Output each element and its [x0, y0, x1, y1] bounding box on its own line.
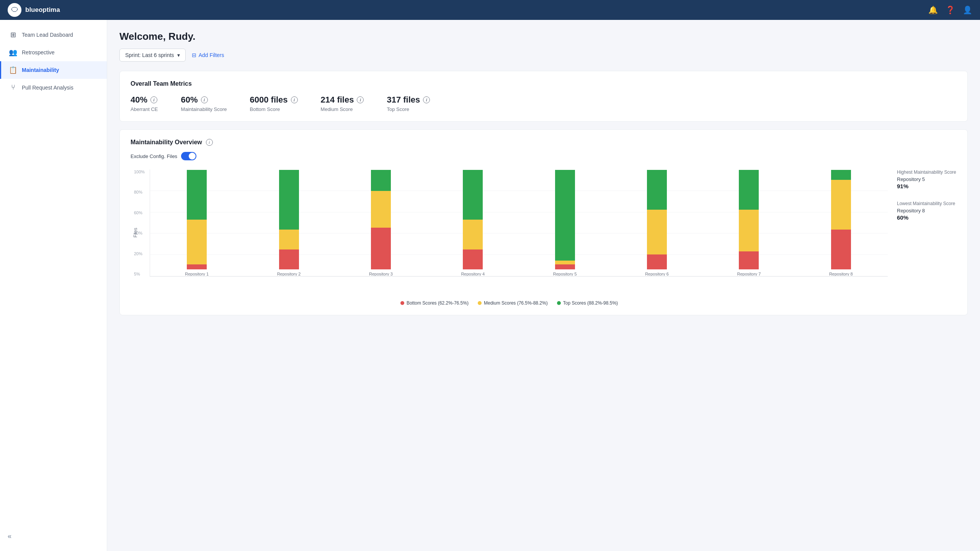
bottom-segment	[463, 249, 483, 269]
sidebar-item-pull-request-analysis[interactable]: ⑂ Pull Request Analysis	[0, 79, 107, 96]
bar-stack	[739, 170, 759, 269]
sidebar-item-label: Retrospective	[22, 49, 55, 55]
exclude-config-toggle[interactable]	[181, 152, 196, 160]
collapse-icon: «	[8, 532, 11, 540]
top-score-value: 317 files i	[387, 95, 430, 105]
bar-group: Repository 5	[521, 170, 609, 276]
bar-label: Repository 3	[369, 272, 393, 276]
chart-bars: 100% 80% 60% 40% 20% 5% Repository 1Repo…	[150, 170, 888, 277]
top-segment	[555, 170, 575, 261]
legend-item-bottom: Bottom Scores (62.2%-76.5%)	[400, 300, 469, 306]
highest-score-section: Highest Maintainability Score Repository…	[897, 170, 957, 189]
y-ticks: 100% 80% 60% 40% 20% 5%	[134, 170, 145, 276]
medium-score-label: Medium Score	[321, 106, 364, 112]
bar-group: Repository 4	[429, 170, 516, 276]
top-segment	[187, 170, 207, 220]
maintainability-score-label: Maintainability Score	[181, 106, 227, 112]
sidebar-item-label: Team Lead Dasboard	[22, 32, 73, 38]
lowest-repo: Repository 8	[897, 208, 957, 214]
bar-group: Repository 7	[705, 170, 792, 276]
bottom-segment	[187, 264, 207, 269]
add-filters-button[interactable]: ⊟ Add Filters	[192, 52, 224, 58]
metric-medium-score: 214 files i Medium Score	[321, 95, 364, 112]
medium-legend-dot	[478, 301, 482, 305]
bar-label: Repository 2	[277, 272, 301, 276]
bar-label: Repository 1	[185, 272, 209, 276]
brand-name: blueoptima	[25, 6, 60, 14]
chart-wrapper: Files 100% 80% 60% 40% 20% 5% Repo	[131, 170, 888, 296]
medium-segment	[187, 220, 207, 264]
bar-label: Repository 6	[645, 272, 669, 276]
medium-segment	[371, 191, 391, 228]
lowest-subtitle: Lowest Maintainability Score	[897, 201, 957, 206]
sidebar-item-label: Pull Request Analysis	[22, 85, 74, 91]
bar-label: Repository 4	[461, 272, 485, 276]
bar-label: Repository 8	[829, 272, 853, 276]
chevron-down-icon: ▾	[177, 52, 180, 58]
sidebar-item-team-lead-dashboard[interactable]: ⊞ Team Lead Dasboard	[0, 26, 107, 44]
overview-header: Maintainability Overview i	[131, 139, 957, 146]
sidebar-item-maintainability[interactable]: 📋 Maintainability	[0, 61, 107, 79]
filter-bar: Sprint: Last 6 sprints ▾ ⊟ Add Filters	[119, 49, 968, 62]
top-segment	[831, 170, 851, 180]
sidebar-item-label: Maintainability	[22, 67, 59, 73]
bottom-segment	[279, 249, 299, 269]
metric-top-score: 317 files i Top Score	[387, 95, 430, 112]
bottom-score-label: Bottom Score	[250, 106, 298, 112]
metrics-title: Overall Team Metrics	[131, 80, 957, 87]
highest-value: 91%	[897, 183, 957, 189]
merge-icon: ⑂	[9, 83, 17, 91]
bar-group: Repository 1	[153, 170, 240, 276]
top-score-info-icon[interactable]: i	[423, 96, 430, 103]
medium-segment	[555, 261, 575, 264]
add-filters-label: Add Filters	[199, 52, 224, 58]
highest-repo: Repository 5	[897, 176, 957, 182]
medium-segment	[831, 180, 851, 230]
chart-main: Files 100% 80% 60% 40% 20% 5% Repo	[131, 170, 888, 306]
sidebar: ⊞ Team Lead Dasboard 👥 Retrospective 📋 M…	[0, 20, 107, 551]
overview-card: Maintainability Overview i Exclude Confi…	[119, 129, 968, 315]
legend-item-medium: Medium Scores (76.5%-88.2%)	[478, 300, 548, 306]
maintainability-score-info-icon[interactable]: i	[201, 96, 208, 103]
bell-icon[interactable]: 🔔	[928, 5, 938, 15]
bottom-segment	[371, 228, 391, 269]
sprint-dropdown[interactable]: Sprint: Last 6 sprints ▾	[119, 49, 186, 62]
medium-score-value: 214 files i	[321, 95, 364, 105]
medium-segment	[739, 210, 759, 251]
user-icon[interactable]: 👤	[963, 5, 972, 15]
sidebar-collapse-button[interactable]: «	[0, 528, 107, 545]
bar-group: Repository 6	[613, 170, 701, 276]
bottom-score-info-icon[interactable]: i	[291, 96, 298, 103]
help-icon[interactable]: ❓	[946, 5, 955, 15]
chart-container: Files 100% 80% 60% 40% 20% 5% Repo	[131, 170, 957, 306]
main-layout: ⊞ Team Lead Dasboard 👥 Retrospective 📋 M…	[0, 20, 980, 551]
exclude-config-label: Exclude Config. Files	[131, 153, 177, 159]
bar-stack	[463, 170, 483, 269]
medium-segment	[279, 230, 299, 249]
maintainability-score-value: 60% i	[181, 95, 227, 105]
overview-info-icon[interactable]: i	[206, 139, 213, 146]
bottom-segment	[647, 254, 667, 269]
medium-legend-label: Medium Scores (76.5%-88.2%)	[484, 300, 548, 306]
logo-icon	[8, 3, 21, 17]
top-segment	[647, 170, 667, 210]
medium-segment	[647, 210, 667, 254]
bar-stack	[187, 170, 207, 269]
aberrant-ce-info-icon[interactable]: i	[150, 96, 157, 103]
bottom-segment	[555, 264, 575, 269]
chart-sidebar: Highest Maintainability Score Repository…	[888, 170, 957, 306]
top-legend-label: Top Scores (88.2%-98.5%)	[563, 300, 618, 306]
lowest-score-section: Lowest Maintainability Score Repository …	[897, 201, 957, 221]
bottom-segment	[739, 251, 759, 269]
highest-subtitle: Highest Maintainability Score	[897, 170, 957, 175]
chart-icon: 👥	[9, 48, 17, 57]
top-nav: blueoptima 🔔 ❓ 👤	[0, 0, 980, 20]
bar-group: Repository 3	[337, 170, 425, 276]
top-segment	[463, 170, 483, 220]
medium-score-info-icon[interactable]: i	[357, 96, 364, 103]
sidebar-item-retrospective[interactable]: 👥 Retrospective	[0, 44, 107, 61]
metric-aberrant-ce: 40% i Aberrant CE	[131, 95, 158, 112]
metrics-row: 40% i Aberrant CE 60% i Maintainability …	[131, 95, 957, 112]
bar-label: Repository 5	[553, 272, 577, 276]
metric-bottom-score: 6000 files i Bottom Score	[250, 95, 298, 112]
